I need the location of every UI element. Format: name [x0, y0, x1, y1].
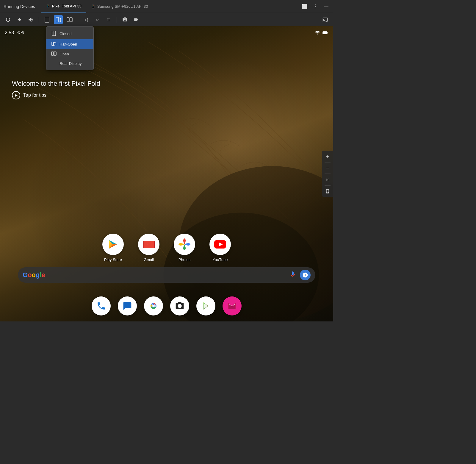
- gmail-label: Gmail: [144, 257, 154, 262]
- fold-closed-button[interactable]: [43, 15, 51, 24]
- home-button[interactable]: ○: [93, 15, 102, 24]
- app-gmail[interactable]: Gmail: [138, 234, 159, 262]
- dock-gmail[interactable]: [223, 296, 242, 315]
- svg-point-24: [152, 305, 155, 307]
- title-bar-actions: ⬜ ⋮ —: [301, 3, 330, 10]
- svg-rect-29: [235, 303, 236, 309]
- half-open-icon: [51, 42, 57, 47]
- toolbar: ⏻ ◁ ○ □ Closed: [0, 13, 333, 26]
- photos-label: Photos: [178, 257, 190, 262]
- dropdown-open[interactable]: Open: [46, 49, 93, 59]
- dropdown-half-open[interactable]: Half-Open: [46, 39, 93, 49]
- app-photos[interactable]: Photos: [174, 234, 195, 262]
- screenshot-right-button[interactable]: [323, 187, 332, 196]
- vol-up-button[interactable]: [26, 15, 35, 24]
- fold-half-button[interactable]: [54, 15, 63, 24]
- google-logo: Google: [23, 271, 45, 279]
- dropdown-half-open-label: Half-Open: [60, 42, 77, 46]
- lens-search-icon[interactable]: [300, 270, 311, 280]
- dock: [0, 296, 333, 315]
- youtube-label: YouTube: [212, 257, 228, 262]
- fold-mode-dropdown: Closed Half-Open Open Rear Display: [46, 26, 94, 70]
- play-games-icon: [196, 296, 215, 315]
- window-button[interactable]: ⬜: [301, 3, 308, 10]
- dropdown-rear-display[interactable]: Rear Display: [46, 59, 93, 68]
- app-youtube[interactable]: YouTube: [209, 234, 231, 262]
- tab-samsung-icon: 📱: [91, 4, 95, 9]
- settings-icon-2: ⚙: [21, 30, 25, 35]
- cast-button[interactable]: [321, 15, 330, 24]
- play-store-icon: [102, 234, 124, 255]
- status-time: 2:53: [5, 30, 14, 35]
- svg-rect-9: [54, 52, 56, 55]
- more-button[interactable]: ⋮: [312, 3, 319, 10]
- dropdown-open-label: Open: [60, 52, 69, 56]
- recents-button[interactable]: □: [104, 15, 113, 24]
- open-icon: [51, 51, 57, 57]
- tab-samsung[interactable]: 📱 Samsung SM-F926U1 API 30: [86, 0, 153, 13]
- tab-pixel-label: Pixel Fold API 33: [52, 4, 82, 8]
- svg-rect-28: [228, 303, 229, 309]
- right-sep3: [325, 185, 331, 186]
- phone-icon: [92, 296, 111, 315]
- tab-samsung-label: Samsung SM-F926U1 API 30: [97, 4, 148, 9]
- screenshot-button[interactable]: [120, 15, 129, 24]
- dock-phone[interactable]: [92, 296, 111, 315]
- aspect-ratio-button[interactable]: 1:1: [323, 175, 332, 184]
- dock-chrome[interactable]: [144, 296, 163, 315]
- tap-tips[interactable]: ▶ Tap for tips: [12, 91, 100, 99]
- dock-camera[interactable]: [170, 296, 189, 315]
- dropdown-closed-label: Closed: [60, 32, 71, 36]
- gmail-icon: [138, 234, 159, 255]
- dropdown-rear-display-label: Rear Display: [60, 61, 82, 66]
- minimize-button[interactable]: —: [322, 3, 330, 10]
- camera-icon: [170, 296, 189, 315]
- closed-icon: [51, 31, 57, 37]
- record-button[interactable]: [132, 15, 141, 24]
- svg-rect-15: [328, 32, 328, 34]
- title-bar: Running Devices 📱 Pixel Fold API 33 📱 Sa…: [0, 0, 333, 13]
- svg-marker-27: [204, 303, 208, 309]
- svg-rect-14: [323, 32, 327, 34]
- app-title: Running Devices: [4, 4, 35, 9]
- gmail-dock-icon: [223, 296, 242, 315]
- wifi-icon: [315, 30, 320, 35]
- zoom-in-button[interactable]: +: [323, 152, 332, 161]
- svg-rect-4: [70, 18, 72, 22]
- welcome-title: Welcome to the first Pixel Fold: [12, 80, 100, 88]
- svg-rect-8: [51, 52, 54, 55]
- photos-icon: [174, 234, 195, 255]
- dock-messages[interactable]: [118, 296, 137, 315]
- right-sep2: [325, 174, 331, 174]
- vol-down-button[interactable]: [15, 15, 24, 24]
- settings-icon-1: ⚙: [17, 30, 21, 35]
- chrome-icon: [144, 296, 163, 315]
- sep3: [117, 17, 117, 23]
- dropdown-closed[interactable]: Closed: [46, 28, 93, 39]
- sep1: [39, 17, 39, 23]
- welcome-area: Welcome to the first Pixel Fold ▶ Tap fo…: [12, 80, 100, 99]
- back-button[interactable]: ◁: [82, 15, 90, 24]
- device-screen: 2:53 ⚙ ⚙ Welcome to the first Pixel Fold…: [0, 26, 333, 321]
- messages-icon: [118, 296, 137, 315]
- youtube-icon: [209, 234, 231, 255]
- play-store-label: Play Store: [104, 257, 122, 262]
- tab-pixel[interactable]: 📱 Pixel Fold API 33: [41, 0, 86, 13]
- zoom-out-button[interactable]: −: [323, 164, 332, 173]
- voice-search-icon[interactable]: [289, 271, 296, 279]
- app-play-store[interactable]: Play Store: [102, 234, 124, 262]
- tap-tips-label: Tap for tips: [23, 93, 46, 98]
- status-right-icons: [315, 30, 328, 35]
- svg-rect-2: [56, 17, 58, 22]
- power-button[interactable]: ⏻: [4, 15, 12, 24]
- app-grid: Play Store Gmail: [0, 234, 333, 262]
- svg-rect-3: [67, 18, 69, 22]
- svg-rect-7: [52, 42, 54, 46]
- dock-play-games[interactable]: [196, 296, 215, 315]
- sep2: [78, 17, 78, 23]
- tab-pixel-icon: 📱: [46, 4, 50, 8]
- battery-icon: [322, 31, 328, 35]
- fold-open-button[interactable]: [65, 15, 74, 24]
- play-circle-icon: ▶: [12, 91, 20, 99]
- search-bar[interactable]: Google: [18, 267, 315, 283]
